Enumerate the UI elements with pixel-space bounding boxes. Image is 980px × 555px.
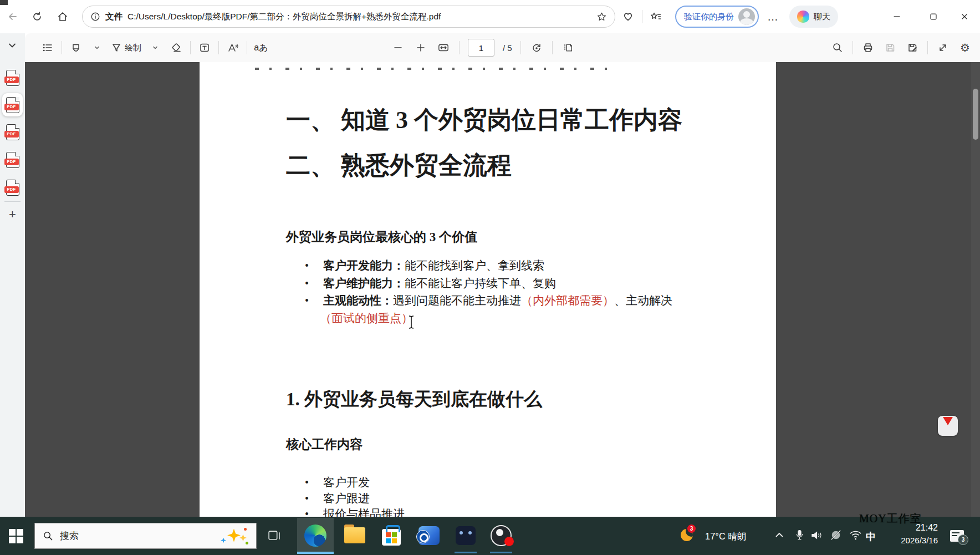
save-as-icon[interactable] [905, 39, 920, 57]
weather-badge: 3 [687, 525, 696, 533]
dark-app-icon [456, 526, 476, 545]
acrobat-icon [943, 417, 953, 430]
heading-line-1: 一、 知道 3 个外贸岗位日常工作内容 [286, 98, 682, 143]
task-view-icon[interactable] [267, 529, 281, 543]
back-icon[interactable] [4, 8, 21, 25]
sidebar-tab-pdf-1[interactable]: PDF [2, 66, 23, 89]
add-text-icon[interactable] [197, 39, 212, 57]
zoom-in-icon[interactable] [414, 39, 428, 57]
weather-widget-icon[interactable]: 3 [681, 529, 695, 543]
ime-indicator[interactable]: 中 [866, 530, 876, 543]
edge-active-indicator [297, 552, 334, 554]
pdf-file-icon: PDF [6, 70, 19, 86]
search-icon [43, 531, 53, 541]
info-icon[interactable] [90, 12, 100, 22]
verify-identity-button[interactable]: 验证你的身份 [675, 6, 759, 28]
text-cursor [407, 315, 415, 329]
taskbar-edge-button[interactable] [297, 518, 334, 553]
obs-icon [491, 525, 512, 546]
save-icon [883, 39, 897, 57]
acrobat-floating-button[interactable] [938, 416, 958, 436]
browser-title-bar: 文件 C:/Users/L/Desktop/最终版PDF/第二部分：外贸岗位全景… [0, 0, 980, 33]
collapse-tabs-chevron-icon[interactable] [4, 37, 21, 54]
page-total-label: / 5 [503, 43, 512, 53]
draw-label: 绘制 [125, 43, 141, 53]
highlighter-dropdown-icon[interactable] [90, 39, 104, 57]
wifi-icon[interactable] [849, 529, 862, 541]
list-item: • 客户跟进 [305, 491, 405, 507]
tab-strip-divider [4, 201, 21, 202]
pdf-settings-gear-icon[interactable]: ⚙ [958, 39, 972, 57]
pdf-file-icon: PDF [6, 97, 19, 113]
scrollbar-thumb[interactable] [973, 89, 978, 140]
taskbar-dark-app-button[interactable] [450, 518, 481, 553]
fullscreen-icon[interactable] [936, 39, 950, 57]
disabled-device-icon[interactable] [830, 529, 842, 541]
sidebar-tab-pdf-2-active[interactable]: PDF [2, 93, 23, 116]
notification-center-button[interactable]: 3 [950, 530, 964, 542]
start-button[interactable] [7, 527, 25, 546]
notification-badge: 3 [958, 534, 968, 545]
browser-essentials-icon[interactable] [620, 8, 636, 25]
minimize-button[interactable] [887, 7, 906, 26]
translate-icon[interactable]: aあ [254, 39, 268, 57]
read-aloud-icon[interactable] [226, 39, 240, 57]
taskbar-search-box[interactable]: 搜索 [34, 523, 257, 549]
tray-chevron-icon[interactable] [775, 532, 784, 538]
core-values-list: • 客户开发能力：能不能找到客户、拿到线索 • 客户维护能力：能不能让客户持续下… [305, 257, 672, 327]
favorites-bar-icon[interactable] [647, 8, 664, 25]
weather-text[interactable]: 17°C 晴朗 [705, 531, 746, 543]
tray-date: 2026/3/16 [886, 536, 938, 545]
close-button[interactable] [955, 7, 974, 26]
url-text[interactable]: C:/Users/L/Desktop/最终版PDF/第二部分：外贸岗位全景拆解+… [127, 11, 591, 23]
screen: 文件 C:/Users/L/Desktop/最终版PDF/第二部分：外贸岗位全景… [0, 0, 980, 555]
search-document-icon[interactable] [830, 39, 845, 57]
rotate-icon[interactable] [529, 39, 544, 57]
vertical-scrollbar[interactable] [971, 62, 980, 517]
zoom-out-icon[interactable] [391, 39, 405, 57]
copilot-chat-button[interactable]: 聊天 [789, 6, 838, 28]
new-tab-button[interactable]: + [2, 203, 23, 226]
pdf-file-icon: PDF [6, 152, 19, 168]
table-of-contents-icon[interactable] [40, 39, 55, 57]
pdf-file-icon: PDF [6, 180, 19, 196]
pdf-toolbar-right-group: ⚙ [830, 33, 972, 62]
more-menu-icon[interactable]: … [765, 8, 782, 25]
copilot-chat-label: 聊天 [814, 12, 830, 22]
highlighter-icon[interactable] [69, 39, 83, 57]
windows-logo-icon [9, 529, 23, 543]
draw-button[interactable]: 绘制 [111, 39, 141, 57]
microsoft-store-icon [382, 529, 401, 546]
taskbar-store-button[interactable] [376, 518, 407, 553]
clock[interactable]: 21:42 2026/3/16 [886, 523, 938, 545]
page-view-icon[interactable] [561, 39, 575, 57]
taskbar-outlook-button[interactable] [414, 518, 445, 553]
sidebar-tab-pdf-3[interactable]: PDF [2, 120, 23, 144]
core-values-heading: 外贸业务员岗位最核心的 3 个价值 [286, 228, 477, 246]
interview-focus-note: （面试的侧重点） [320, 310, 672, 328]
section-1-heading: 1. 外贸业务员每天到底在做什么 [286, 387, 542, 412]
running-indicator [490, 552, 512, 553]
sidebar-tab-pdf-5[interactable]: PDF [2, 176, 23, 199]
volume-icon[interactable] [810, 530, 823, 541]
refresh-icon[interactable] [29, 8, 45, 25]
taskbar-obs-button[interactable] [486, 518, 517, 553]
maximize-button[interactable] [924, 7, 943, 26]
taskbar-file-explorer-button[interactable] [339, 518, 370, 553]
page-number-input[interactable] [468, 39, 494, 57]
microphone-icon[interactable] [795, 529, 804, 541]
print-icon[interactable] [861, 39, 875, 57]
draw-dropdown-icon[interactable] [148, 39, 162, 57]
list-item: • 客户开发 [305, 475, 405, 491]
corner-artifact [0, 0, 8, 5]
pdf-page[interactable]: 一、 知道 3 个外贸岗位日常工作内容 二、 熟悉外贸全流程 外贸业务员岗位最核… [200, 62, 776, 517]
eraser-icon[interactable] [169, 39, 183, 57]
profile-avatar[interactable] [738, 8, 755, 25]
recording-dot [504, 537, 514, 546]
fit-to-width-icon[interactable] [436, 39, 451, 57]
pdf-viewer-area[interactable]: 一、 知道 3 个外贸岗位日常工作内容 二、 熟悉外贸全流程 外贸业务员岗位最核… [25, 62, 980, 517]
home-icon[interactable] [54, 8, 71, 25]
sidebar-tab-pdf-4[interactable]: PDF [2, 148, 23, 171]
address-bar[interactable]: 文件 C:/Users/L/Desktop/最终版PDF/第二部分：外贸岗位全景… [82, 6, 615, 28]
favorite-star-icon[interactable] [596, 12, 607, 22]
